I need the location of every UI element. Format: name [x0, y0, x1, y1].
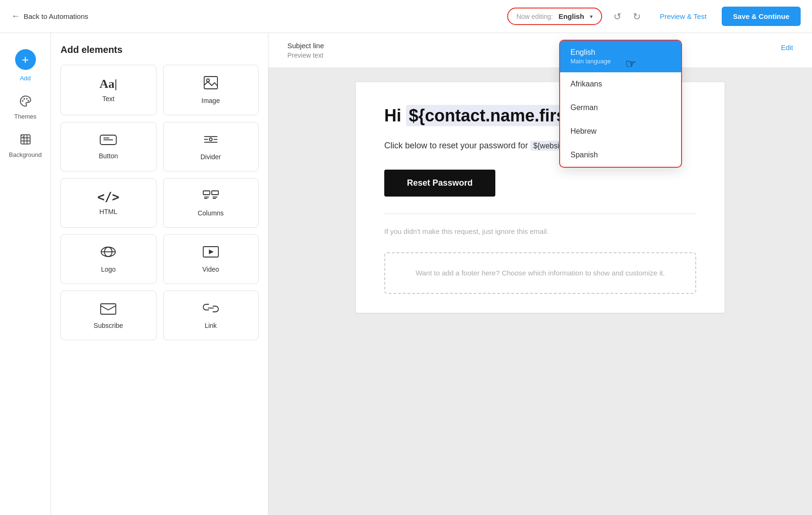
element-link-label: Link: [205, 322, 217, 329]
email-divider: [384, 214, 696, 214]
svg-rect-19: [203, 191, 210, 195]
sidebar-item-add[interactable]: + Add: [0, 43, 51, 88]
language-german-label: German: [570, 103, 598, 112]
themes-icon: [19, 95, 32, 110]
sidebar: + Add Themes: [0, 33, 51, 515]
canvas-area: Subject line Preview text Edit Hi ${cont…: [268, 33, 812, 515]
element-subscribe-label: Subscribe: [94, 322, 123, 329]
element-button[interactable]: Button: [60, 122, 156, 172]
text-icon: Aa|: [99, 78, 117, 90]
language-hebrew-label: Hebrew: [570, 127, 596, 135]
subject-bar: Subject line Preview text Edit: [268, 33, 812, 68]
element-divider-label: Divider: [200, 153, 221, 161]
image-icon: [203, 76, 218, 92]
now-editing-label: Now editing:: [517, 13, 553, 20]
language-option-afrikaans[interactable]: Afrikaans: [560, 72, 681, 96]
element-link[interactable]: Link: [163, 291, 259, 340]
sidebar-item-themes[interactable]: Themes: [0, 88, 51, 127]
language-option-hebrew[interactable]: Hebrew: [560, 120, 681, 143]
language-option-spanish[interactable]: Spanish: [560, 143, 681, 167]
subject-line-label: Subject line: [287, 42, 324, 50]
sidebar-item-background[interactable]: Background: [0, 127, 51, 165]
logo-icon: [100, 245, 117, 261]
element-text-label: Text: [102, 95, 114, 103]
undo-button[interactable]: ↺: [610, 8, 625, 25]
svg-point-15: [209, 138, 212, 141]
svg-point-1: [23, 98, 25, 100]
divider-icon: [202, 133, 219, 148]
topbar: ← Back to Automations Now editing: Engli…: [0, 0, 812, 33]
element-image[interactable]: Image: [163, 65, 259, 115]
elements-panel-title: Add elements: [60, 44, 259, 55]
back-to-automations-link[interactable]: ← Back to Automations: [11, 11, 88, 21]
subject-info: Subject line Preview text: [287, 42, 324, 59]
svg-rect-20: [212, 191, 218, 195]
language-option-english[interactable]: English Main language: [560, 41, 681, 72]
preview-test-button[interactable]: Preview & Test: [652, 9, 714, 24]
undo-redo-group: ↺ ↻: [610, 8, 645, 25]
element-columns-label: Columns: [198, 209, 224, 217]
contact-name-variable: ${contact.name.first}: [406, 105, 581, 126]
main-layout: + Add Themes: [0, 33, 812, 515]
element-video-label: Video: [202, 266, 219, 273]
element-logo[interactable]: Logo: [60, 234, 156, 284]
svg-point-0: [22, 100, 23, 102]
language-english-sub: Main language: [570, 58, 671, 65]
save-continue-button[interactable]: Save & Continue: [722, 7, 801, 26]
language-selector[interactable]: Now editing: English ▾: [507, 8, 602, 25]
elements-grid: Aa| Text Image: [60, 65, 259, 340]
element-logo-label: Logo: [101, 266, 116, 273]
topbar-center: Now editing: English ▾ ↺ ↻ Preview & Tes…: [507, 7, 801, 26]
html-icon: </>: [97, 191, 120, 203]
sidebar-add-label: Add: [20, 75, 31, 82]
preview-text-label: Preview text: [287, 52, 324, 59]
email-footer-text: If you didn't make this request, just ig…: [384, 227, 696, 235]
svg-rect-4: [21, 135, 30, 144]
svg-point-2: [26, 98, 27, 100]
language-option-german[interactable]: German: [560, 96, 681, 120]
elements-panel: Add elements Aa| Text Image: [51, 33, 268, 515]
element-divider[interactable]: Divider: [163, 122, 259, 172]
element-text[interactable]: Aa| Text: [60, 65, 156, 115]
svg-rect-30: [101, 304, 116, 314]
reset-password-button[interactable]: Reset Password: [384, 170, 495, 197]
element-html[interactable]: </> HTML: [60, 178, 156, 228]
subscribe-icon: [100, 301, 117, 317]
element-html-label: HTML: [99, 208, 117, 215]
element-columns[interactable]: Columns: [163, 178, 259, 228]
columns-icon: [202, 189, 219, 205]
current-language-value: English: [559, 12, 584, 20]
reset-button-wrap: Reset Password: [384, 170, 696, 197]
svg-rect-9: [204, 77, 217, 89]
background-icon: [19, 133, 32, 148]
sidebar-themes-label: Themes: [14, 113, 36, 120]
language-spanish-label: Spanish: [570, 151, 598, 159]
video-icon: [202, 245, 219, 261]
sidebar-background-label: Background: [9, 151, 42, 158]
element-button-label: Button: [99, 152, 118, 160]
back-label: Back to Automations: [24, 12, 88, 20]
edit-subject-button[interactable]: Edit: [781, 43, 793, 52]
button-icon: [100, 134, 117, 147]
add-circle-icon: +: [15, 49, 36, 70]
svg-point-3: [27, 100, 29, 102]
element-subscribe[interactable]: Subscribe: [60, 291, 156, 340]
element-image-label: Image: [201, 97, 220, 104]
element-video[interactable]: Video: [163, 234, 259, 284]
svg-marker-29: [209, 249, 214, 254]
language-english-label: English: [570, 48, 595, 56]
redo-button[interactable]: ↻: [629, 8, 645, 25]
link-icon: [202, 301, 219, 317]
chevron-down-icon: ▾: [590, 13, 593, 20]
language-afrikaans-label: Afrikaans: [570, 80, 602, 88]
back-arrow-icon: ←: [11, 11, 20, 21]
footer-placeholder[interactable]: Want to add a footer here? Choose which …: [384, 252, 696, 294]
language-dropdown[interactable]: English Main language Afrikaans German H…: [559, 40, 682, 168]
